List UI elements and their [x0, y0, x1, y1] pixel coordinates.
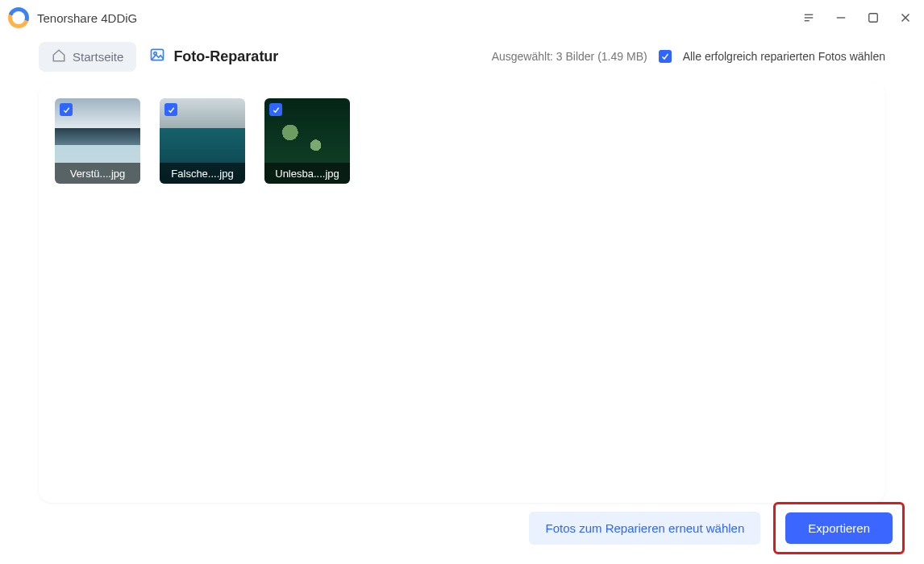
- export-button[interactable]: Exportieren: [785, 512, 893, 544]
- maximize-icon[interactable]: [863, 7, 884, 28]
- content-panel: Verstü....jpg Falsche....jpg Unlesba....…: [39, 82, 885, 503]
- home-button[interactable]: Startseite: [39, 42, 136, 72]
- photo-thumbnail[interactable]: Verstü....jpg: [55, 98, 140, 184]
- minimize-icon[interactable]: [830, 7, 851, 28]
- thumbnail-checkbox[interactable]: [60, 103, 73, 116]
- home-icon: [52, 48, 66, 65]
- footer-actions: Fotos zum Reparieren erneut wählen Expor…: [529, 502, 905, 554]
- photo-thumbnail[interactable]: Falsche....jpg: [160, 98, 245, 184]
- close-icon[interactable]: [895, 7, 916, 28]
- thumbnail-filename: Verstü....jpg: [55, 163, 140, 184]
- thumbnail-filename: Unlesba....jpg: [264, 163, 350, 184]
- thumbnail-checkbox[interactable]: [269, 103, 282, 116]
- selection-status: Ausgewählt: 3 Bilder (1.49 MB): [492, 50, 647, 63]
- title-bar: Tenorshare 4DDiG: [0, 0, 924, 35]
- app-title: Tenorshare 4DDiG: [37, 11, 137, 25]
- page-title-text: Foto-Reparatur: [173, 48, 278, 65]
- photo-repair-icon: [149, 47, 165, 67]
- window-controls: [798, 7, 916, 28]
- toolbar: Startseite Foto-Reparatur Ausgewählt: 3 …: [0, 35, 924, 77]
- choose-again-button[interactable]: Fotos zum Reparieren erneut wählen: [529, 512, 760, 545]
- svg-rect-4: [869, 14, 878, 23]
- export-highlight: Exportieren: [773, 502, 905, 554]
- photo-thumbnail[interactable]: Unlesba....jpg: [264, 98, 350, 184]
- menu-icon[interactable]: [798, 7, 819, 28]
- thumbnail-filename: Falsche....jpg: [160, 163, 245, 184]
- app-logo: [8, 7, 29, 28]
- home-label: Startseite: [73, 50, 123, 64]
- thumbnail-row: Verstü....jpg Falsche....jpg Unlesba....…: [55, 98, 869, 184]
- select-all-label: Alle erfolgreich reparierten Fotos wähle…: [683, 50, 885, 63]
- page-title: Foto-Reparatur: [149, 47, 278, 67]
- thumbnail-checkbox[interactable]: [164, 103, 177, 116]
- select-all-checkbox[interactable]: [659, 50, 672, 63]
